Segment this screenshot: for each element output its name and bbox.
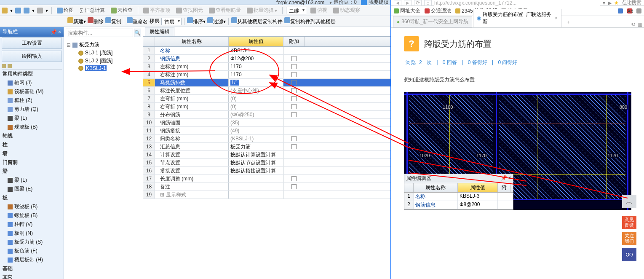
dropdown-icon[interactable]: ▾: [10, 8, 13, 13]
filter-button[interactable]: 过滤▾: [207, 17, 226, 25]
view-2d-select[interactable]: 二维: [286, 7, 306, 14]
floor-button[interactable]: 楼层: [150, 18, 160, 25]
sort-button[interactable]: 排序▾: [187, 17, 206, 25]
table-row[interactable]: 4右标注 (mm)1170: [143, 71, 390, 79]
nav-item[interactable]: 梁 (L): [0, 176, 64, 185]
nav-item[interactable]: 现浇板 (B): [0, 202, 64, 211]
nav-group-common[interactable]: 常用构件类型: [0, 70, 64, 78]
table-row[interactable]: 18备注: [143, 183, 390, 191]
nav-item[interactable]: 柱帽 (V): [0, 220, 64, 229]
answer-count[interactable]: 0 回答: [443, 59, 457, 65]
chevron-down-icon[interactable]: ▾: [329, 0, 332, 5]
open-icon[interactable]: [2, 8, 8, 13]
table-row[interactable]: 10钢筋锚固(35): [143, 119, 390, 127]
ext-icon[interactable]: Ad: [627, 8, 632, 13]
nav-item[interactable]: 板受力筋 (S): [0, 238, 64, 247]
delete-button[interactable]: 删除: [88, 17, 104, 25]
good-count[interactable]: 0 答得好: [468, 59, 487, 65]
table-row[interactable]: 8右弯折 (mm)(0): [143, 103, 390, 111]
close-icon[interactable]: ×: [555, 15, 558, 21]
bookmark-item[interactable]: 网址大全: [394, 7, 420, 14]
table-row[interactable]: 16搭接设置按默认搭接设置计算: [143, 167, 390, 175]
table-row[interactable]: 19显示样式: [143, 191, 390, 199]
new-tab-button[interactable]: ＋: [562, 17, 574, 27]
pin-icon[interactable]: 📌 ×: [51, 29, 61, 35]
prop-tab[interactable]: 属性编辑: [145, 27, 174, 36]
table-row[interactable]: 11钢筋搭接(49): [143, 127, 390, 135]
feedback-button[interactable]: 意见 反馈: [622, 216, 636, 229]
nav-item[interactable]: 现浇板 (B): [0, 123, 64, 131]
nav-item[interactable]: 筏板基础 (M): [0, 87, 64, 96]
sum-button[interactable]: ∑ 汇总计算: [78, 6, 107, 15]
table-row[interactable]: 17长度调整 (mm): [143, 175, 390, 183]
nav-group-wall[interactable]: 墙: [0, 149, 64, 158]
star-icon[interactable]: ★: [614, 0, 619, 6]
nav-item[interactable]: 梁 (L): [0, 114, 64, 123]
nav-item[interactable]: 楼层板带 (H): [0, 255, 64, 264]
go-icon[interactable]: ▶: [608, 0, 612, 6]
restore-icon[interactable]: ⟲: [631, 21, 635, 27]
nav-item[interactable]: 框柱 (Z): [0, 96, 64, 105]
follow-button[interactable]: 关注 我们: [622, 232, 636, 245]
nav-group-other[interactable]: 其它: [0, 273, 64, 279]
redo-icon[interactable]: [37, 8, 43, 13]
nav-group-foundation[interactable]: 基础: [0, 264, 64, 273]
tree-root[interactable]: ⊟板受力筋: [67, 41, 140, 49]
browser-tab[interactable]: ● 360导航_新一代安全上网导航: [393, 16, 472, 27]
nav-group-beam[interactable]: 梁: [0, 167, 64, 176]
nav-group-slab[interactable]: 板: [0, 193, 64, 202]
dropdown-icon[interactable]: ▾: [603, 0, 605, 6]
table-row[interactable]: 9分布钢筋(Φ6@250): [143, 111, 390, 119]
nav-item[interactable]: 圈梁 (E): [0, 185, 64, 193]
copy-from-button[interactable]: 从其他楼层复制构件: [231, 17, 283, 25]
table-row[interactable]: 12归类名称(KBSLJ-1): [143, 135, 390, 143]
search-input[interactable]: [66, 29, 133, 37]
undo-icon[interactable]: [24, 8, 29, 13]
floor-select[interactable]: 首层: [161, 18, 182, 25]
ext-icon[interactable]: [618, 8, 623, 13]
table-row[interactable]: 3左标注 (mm)1170: [143, 63, 390, 71]
nav-item[interactable]: 轴网 (J): [0, 78, 64, 87]
new-button[interactable]: 新建▾: [67, 17, 86, 25]
nav-group-axis[interactable]: 轴线: [0, 131, 64, 140]
table-row[interactable]: 14计算设置按默认计算设置计算: [143, 151, 390, 159]
table-row[interactable]: 6标注长度位置(支座中心线): [143, 87, 390, 95]
rename-button[interactable]: 重命名: [127, 17, 148, 25]
pin-close-icon[interactable]: 📌 ×: [501, 175, 511, 182]
cloud-check-button[interactable]: 云检查: [109, 6, 134, 15]
draw-button[interactable]: 绘图: [55, 6, 75, 15]
table-row[interactable]: 2钢筋信息Φ12@200: [143, 55, 390, 63]
tree-item-selected[interactable]: KBSLJ-1: [67, 65, 140, 72]
fwd-icon[interactable]: ►: [404, 0, 412, 6]
save-icon[interactable]: [15, 8, 21, 13]
table-row[interactable]: 13汇总信息板受力筋: [143, 143, 390, 151]
back-icon[interactable]: ◄: [394, 0, 401, 6]
nav-group-opening[interactable]: 门窗洞: [0, 158, 64, 167]
nav-item[interactable]: 板负筋 (F): [0, 247, 64, 255]
scroll-top-button[interactable]: ︿: [622, 195, 636, 208]
browser-tab-active[interactable]: ◉ 跨版受力筋的布置_广联达服务新 ×: [473, 9, 561, 27]
ext-icon[interactable]: [636, 8, 641, 13]
nav-draw-input[interactable]: 绘图输入: [2, 51, 62, 62]
nav-item[interactable]: 板洞 (N): [0, 229, 64, 238]
table-row[interactable]: 1名称KBSLJ-1: [143, 47, 390, 55]
bookmark-item[interactable]: 交通违法: [425, 7, 451, 14]
copy-button[interactable]: 复制: [105, 17, 121, 25]
search-icon[interactable]: 🔍: [134, 29, 141, 37]
table-row[interactable]: 7左弯折 (mm)(0): [143, 95, 390, 103]
nav-group-column[interactable]: 柱: [0, 140, 64, 149]
nav-item[interactable]: 剪力墙 (Q): [0, 105, 64, 114]
tree-item[interactable]: SLJ-1 [底筋]: [67, 49, 140, 57]
home-icon[interactable]: ⌂: [424, 0, 432, 6]
nav-proj-settings[interactable]: 工程设置: [2, 38, 62, 49]
reload-icon[interactable]: ⟳: [414, 0, 422, 6]
table-row[interactable]: 15节点设置按默认节点设置计算: [143, 159, 390, 167]
tree-item[interactable]: SLJ-2 [面筋]: [67, 57, 140, 65]
q-good-count[interactable]: 0 问得好: [498, 59, 517, 65]
table-row[interactable]: 5马凳筋排数1/1: [143, 79, 390, 87]
sidebar-icon[interactable]: ▥: [638, 21, 642, 27]
nav-item[interactable]: 螺旋板 (B): [0, 211, 64, 220]
bell-icon[interactable]: [361, 0, 367, 5]
copy-to-button[interactable]: 复制构件到其他楼层: [284, 17, 336, 25]
qq-button[interactable]: QQ: [622, 248, 636, 261]
